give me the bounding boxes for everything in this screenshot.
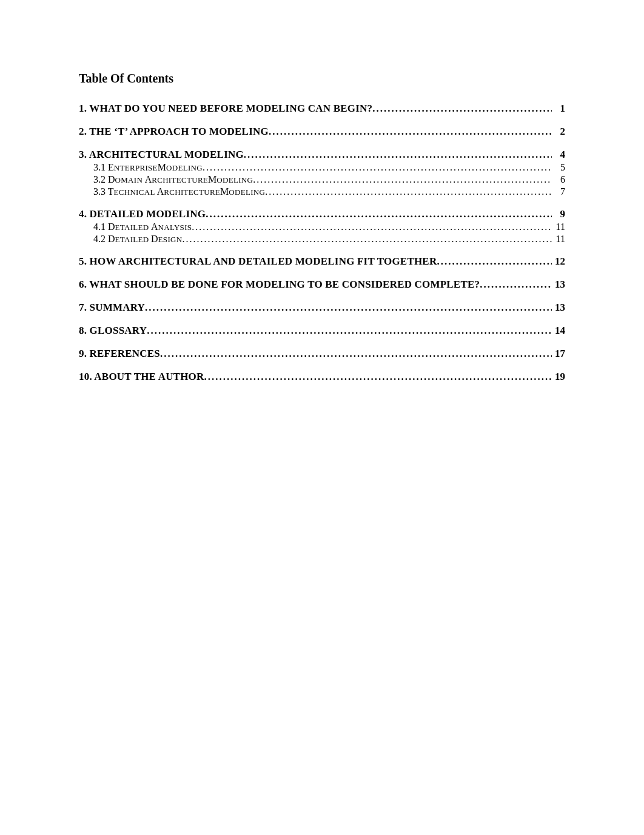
toc-leader-dots: ........................................… [147, 325, 552, 337]
toc-entry-h1: 5. HOW ARCHITECTURAL AND DETAILED MODELI… [79, 255, 565, 268]
toc-entry-h1: 3. ARCHITECTURAL MODELING...............… [79, 149, 565, 161]
toc-leader-dots: ........................................… [204, 371, 552, 383]
toc-entry-label: 2. THE ‘T’ APPROACH TO MODELING [79, 126, 269, 138]
toc-entry-label: 9. REFERENCES [79, 348, 160, 360]
toc-entry-h1: 10. ABOUT THE AUTHOR....................… [79, 371, 565, 383]
toc-entry-page: 9 [552, 208, 565, 220]
toc-entry-page: 11 [552, 234, 565, 245]
toc-leader-dots: ........................................… [265, 186, 552, 197]
toc-entry-h1: 6. WHAT SHOULD BE DONE FOR MODELING TO B… [79, 279, 565, 291]
toc-entry-label: 10. ABOUT THE AUTHOR [79, 371, 204, 383]
toc-entry-label: 3.2 DOMAIN ARCHITECTUREMODELING [93, 174, 253, 185]
toc-entry-page: 12 [552, 255, 565, 268]
toc-leader-dots: ........................................… [437, 255, 552, 268]
toc-entry-page: 19 [552, 371, 565, 383]
toc-entry-page: 13 [552, 302, 565, 314]
toc-title: Table Of Contents [79, 72, 565, 86]
toc-entry-label: 4.1 DETAILED ANALYSIS [93, 221, 192, 232]
toc-entry-h1: 1. WHAT DO YOU NEED BEFORE MODELING CAN … [79, 103, 565, 115]
toc-entry-page: 1 [552, 103, 565, 115]
toc-leader-dots: ........................................… [192, 221, 552, 232]
toc-entry-label: 4.2 DETAILED DESIGN [93, 234, 182, 245]
toc-entry-page: 2 [552, 126, 565, 138]
toc-leader-dots: ........................................… [160, 348, 552, 360]
toc-entry-label: 4. DETAILED MODELING [79, 208, 206, 220]
toc-leader-dots: ........................................… [253, 174, 552, 185]
toc-entry-label: 1. WHAT DO YOU NEED BEFORE MODELING CAN … [79, 103, 372, 115]
toc-entry-h1: 8. GLOSSARY.............................… [79, 325, 565, 337]
toc-entry-h2: 3.2 DOMAIN ARCHITECTUREMODELING.........… [93, 174, 565, 185]
toc-leader-dots: ........................................… [182, 234, 552, 245]
toc-entry-page: 5 [552, 162, 565, 173]
toc-entry-label: 8. GLOSSARY [79, 325, 147, 337]
toc-entry-page: 7 [552, 186, 565, 197]
toc-leader-dots: ........................................… [480, 279, 552, 291]
toc-entry-h1: 2. THE ‘T’ APPROACH TO MODELING.........… [79, 126, 565, 138]
toc-entry-page: 4 [552, 149, 565, 161]
toc-leader-dots: ........................................… [203, 162, 552, 173]
toc-entry-page: 14 [552, 325, 565, 337]
toc-leader-dots: ........................................… [372, 103, 552, 115]
toc-entry-h2: 3.1 ENTERPRISEMODELING..................… [93, 162, 565, 173]
toc-entry-h2: 4.1 DETAILED ANALYSIS...................… [93, 221, 565, 232]
toc-leader-dots: ........................................… [269, 126, 552, 138]
toc-leader-dots: ........................................… [145, 302, 552, 314]
toc-entry-h2: 3.3 TECHNICAL ARCHITECTUREMODELING......… [93, 186, 565, 197]
toc-entry-label: 5. HOW ARCHITECTURAL AND DETAILED MODELI… [79, 255, 437, 268]
toc-entry-label: 3.1 ENTERPRISEMODELING [93, 162, 203, 173]
toc-entry-h1: 9. REFERENCES...........................… [79, 348, 565, 360]
toc-entry-page: 17 [552, 348, 565, 360]
toc-entry-page: 11 [552, 221, 565, 232]
toc-entry-label: 7. SUMMARY [79, 302, 145, 314]
toc-entry-h1: 7. SUMMARY..............................… [79, 302, 565, 314]
toc-entry-label: 3. ARCHITECTURAL MODELING [79, 149, 244, 161]
toc-entry-label: 6. WHAT SHOULD BE DONE FOR MODELING TO B… [79, 279, 480, 291]
toc-entry-page: 13 [552, 279, 565, 291]
toc-leader-dots: ........................................… [244, 149, 552, 161]
toc-entry-page: 6 [552, 174, 565, 185]
toc-entry-h1: 4. DETAILED MODELING....................… [79, 208, 565, 220]
toc-entry-label: 3.3 TECHNICAL ARCHITECTUREMODELING [93, 186, 265, 197]
toc-list: 1. WHAT DO YOU NEED BEFORE MODELING CAN … [79, 103, 565, 383]
toc-entry-h2: 4.2 DETAILED DESIGN.....................… [93, 234, 565, 245]
toc-leader-dots: ........................................… [206, 208, 552, 220]
